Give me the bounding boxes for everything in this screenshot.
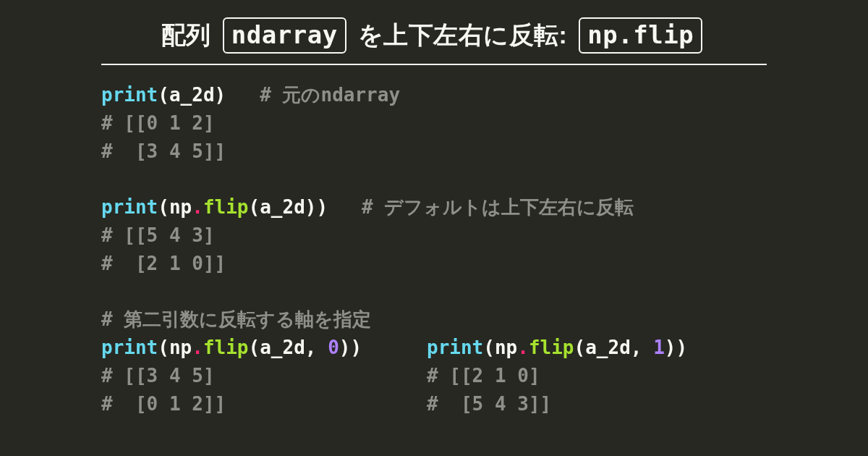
module-name: np — [169, 196, 192, 218]
title-text-1: 配列 — [161, 21, 211, 48]
output-line: # [[3 4 5] — [101, 365, 215, 387]
title-text-2: を上下左右に反転: — [358, 21, 568, 48]
arg-name: a_2d — [260, 337, 305, 358]
output-line: # [3 4 5]] — [101, 140, 226, 162]
comment-text: # 元のndarray — [260, 84, 400, 106]
arg-name: a_2d — [260, 196, 305, 218]
output-line: # [5 4 3]] — [427, 393, 551, 415]
paren-open: ( — [249, 337, 260, 358]
module-name: np — [169, 337, 192, 358]
print-keyword: print — [101, 84, 158, 106]
output-line: # [[2 1 0] — [427, 365, 540, 387]
output-line: # [[0 1 2] — [101, 112, 215, 134]
dot-operator: . — [192, 337, 203, 358]
page-container: 配列 ndarray を上下左右に反転: np.flip print(a_2d)… — [0, 0, 868, 418]
paren-open: ( — [158, 84, 169, 106]
spacing — [328, 196, 362, 218]
module-name: np — [495, 337, 517, 358]
comment-text: # デフォルトは上下左右に反転 — [362, 196, 634, 218]
numeric-literal: 1 — [653, 337, 665, 358]
function-name: flip — [203, 337, 249, 358]
paren-close: ) — [316, 196, 328, 218]
paren-open: ( — [158, 196, 169, 218]
blank-line — [101, 166, 767, 193]
paren-close: ) — [305, 196, 317, 218]
code-block-3-comment: # 第二引数に反転する軸を指定 — [101, 305, 767, 334]
paren-close: ) — [350, 337, 362, 358]
print-keyword: print — [101, 196, 158, 218]
comment-text: # 第二引数に反転する軸を指定 — [101, 308, 371, 330]
code-block-2: print(np.flip(a_2d)) # デフォルトは上下左右に反転 # [… — [101, 193, 767, 278]
dot-operator: . — [517, 337, 529, 358]
paren-open: ( — [574, 337, 586, 358]
print-keyword: print — [101, 337, 158, 358]
title-box-npflip: np.flip — [579, 17, 702, 54]
spacing — [226, 84, 260, 106]
blank-line — [101, 278, 767, 305]
code-block-3-columns: print(np.flip(a_2d, 0)) # [[3 4 5] # [0 … — [101, 334, 767, 418]
paren-close: ) — [676, 337, 687, 358]
comma: , — [305, 337, 328, 358]
function-name: flip — [203, 196, 249, 218]
arg-name: a_2d — [169, 84, 215, 106]
paren-close: ) — [665, 337, 676, 358]
page-title: 配列 ndarray を上下左右に反転: np.flip — [101, 17, 767, 65]
title-box-ndarray: ndarray — [223, 17, 346, 54]
output-line: # [2 1 0]] — [101, 253, 226, 274]
comma: , — [631, 337, 653, 358]
code-block-3-right: print(np.flip(a_2d, 1)) # [[2 1 0] # [5 … — [427, 334, 687, 418]
paren-open: ( — [249, 196, 260, 218]
paren-close: ) — [339, 337, 351, 358]
dot-operator: . — [192, 196, 203, 218]
print-keyword: print — [427, 337, 483, 358]
paren-open: ( — [158, 337, 169, 358]
code-block-3-left: print(np.flip(a_2d, 0)) # [[3 4 5] # [0 … — [101, 334, 427, 418]
output-line: # [0 1 2]] — [101, 393, 226, 415]
output-line: # [[5 4 3] — [101, 224, 215, 246]
arg-name: a_2d — [585, 337, 631, 358]
paren-open: ( — [483, 337, 495, 358]
numeric-literal: 0 — [328, 337, 339, 358]
function-name: flip — [529, 337, 574, 358]
paren-close: ) — [215, 84, 226, 106]
code-block-1: print(a_2d) # 元のndarray # [[0 1 2] # [3 … — [101, 81, 767, 166]
